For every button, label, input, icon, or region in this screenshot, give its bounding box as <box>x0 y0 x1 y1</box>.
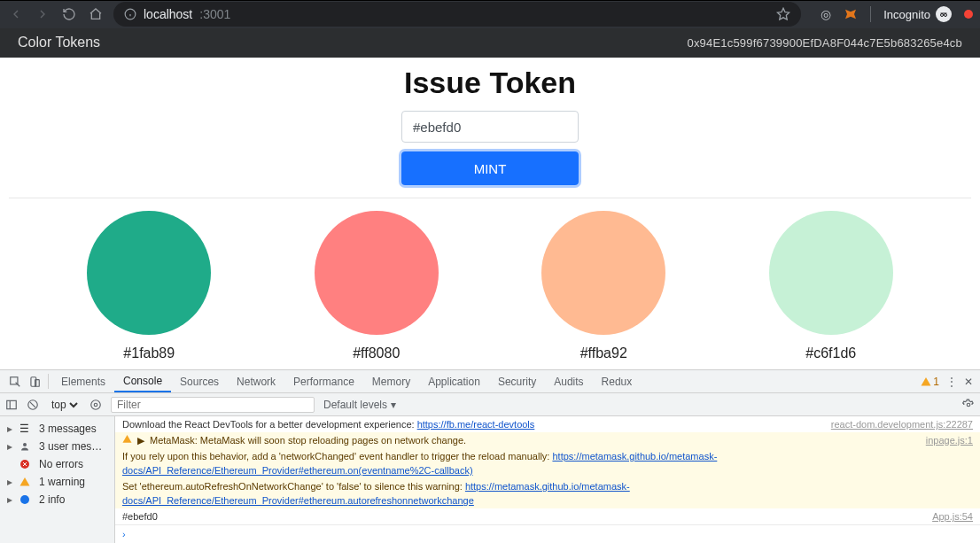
devtools-tabs: ElementsConsoleSourcesNetworkPerformance… <box>0 370 980 393</box>
reload-icon[interactable] <box>60 5 78 23</box>
devtools-tab-application[interactable]: Application <box>419 370 489 392</box>
warning-count-badge[interactable]: 1 <box>921 376 939 388</box>
token-label: #1fab89 <box>123 345 175 361</box>
svg-line-12 <box>30 402 35 407</box>
devtools-tab-security[interactable]: Security <box>489 370 545 392</box>
console-source-link[interactable]: react-dom.development.js:22287 <box>831 417 973 431</box>
token-circle <box>315 211 439 335</box>
url-host: localhost <box>144 7 192 21</box>
address-bar[interactable]: localhost:3001 <box>113 2 801 27</box>
devtools-tab-console[interactable]: Console <box>114 370 171 392</box>
svg-point-4 <box>941 14 944 17</box>
live-expression-icon[interactable] <box>89 399 102 411</box>
nav-back-icon[interactable] <box>7 5 25 23</box>
console-output[interactable]: Download the React DevTools for a better… <box>115 416 980 543</box>
app-header: Color Tokens 0x94E1c599f6739900EfDA8F044… <box>0 28 980 58</box>
token-item: #1fab89 <box>87 211 211 361</box>
console-row[interactable]: If you rely upon this behavior, add a 'n… <box>115 448 980 478</box>
token-label: #ff8080 <box>353 345 400 361</box>
devtools-tab-elements[interactable]: Elements <box>52 370 114 392</box>
token-item: #c6f1d6 <box>769 211 893 361</box>
svg-point-14 <box>91 399 101 409</box>
devtools-panel: ElementsConsoleSourcesNetworkPerformance… <box>0 369 980 543</box>
token-circle <box>541 211 665 335</box>
devtools-tab-network[interactable]: Network <box>228 370 284 392</box>
kebab-icon[interactable]: ⋮ <box>946 376 957 388</box>
divider <box>870 6 871 22</box>
console-row[interactable]: Set 'ethereum.autoRefreshOnNetworkChange… <box>115 478 980 508</box>
gear-icon[interactable] <box>962 399 975 411</box>
svg-point-5 <box>945 14 947 17</box>
metamask-icon[interactable] <box>844 7 858 21</box>
clear-icon[interactable] <box>27 399 39 411</box>
tokens-row: #1fab89#ff8080#ffba92#c6f1d6 <box>0 198 980 369</box>
svg-point-15 <box>967 403 970 407</box>
token-item: #ffba92 <box>541 211 665 361</box>
app-title: Color Tokens <box>18 35 100 50</box>
color-input[interactable] <box>401 111 579 143</box>
devtools-tab-performance[interactable]: Performance <box>284 370 363 392</box>
console-row[interactable]: ▶MetaMask: MetaMask will soon stop reloa… <box>115 432 980 448</box>
device-icon[interactable] <box>25 370 44 392</box>
sidebar-toggle-icon[interactable] <box>5 399 18 411</box>
devtools-tab-redux[interactable]: Redux <box>593 370 642 392</box>
console-prompt[interactable]: › <box>115 524 980 543</box>
site-info-icon[interactable] <box>124 8 136 20</box>
home-icon[interactable] <box>87 5 105 23</box>
console-source-link[interactable]: App.js:54 <box>932 509 973 524</box>
token-label: #c6f1d6 <box>805 345 856 361</box>
sidebar-item-errors[interactable]: ▸No errors <box>0 455 114 473</box>
devtools-tab-sources[interactable]: Sources <box>171 370 228 392</box>
sidebar-item-user[interactable]: ▸3 user mes… <box>0 438 114 455</box>
url-port: :3001 <box>199 7 230 21</box>
console-filter-bar: top Default levels ▾ <box>0 393 980 416</box>
svg-point-18 <box>20 495 29 504</box>
token-item: #ff8080 <box>315 211 439 361</box>
wallet-address: 0x94E1c599f6739900EfDA8F044c7E5b683265e4… <box>687 36 962 50</box>
mint-button[interactable]: MINT <box>401 151 579 185</box>
filter-input[interactable] <box>111 397 315 413</box>
svg-point-13 <box>94 403 97 407</box>
console-row[interactable]: Download the React DevTools for a better… <box>115 416 980 432</box>
sidebar-item-messages[interactable]: ▸☰3 messages <box>0 420 114 438</box>
devtools-tab-memory[interactable]: Memory <box>363 370 419 392</box>
close-icon[interactable]: ✕ <box>964 376 973 388</box>
sidebar-item-warnings[interactable]: ▸1 warning <box>0 473 114 491</box>
record-icon[interactable] <box>964 10 973 19</box>
console-sidebar: ▸☰3 messages ▸3 user mes… ▸No errors ▸1 … <box>0 416 115 543</box>
incognito-icon[interactable] <box>936 6 952 22</box>
context-select[interactable]: top <box>48 398 81 412</box>
svg-point-16 <box>23 443 27 446</box>
extension-icon[interactable]: ◎ <box>821 7 831 21</box>
chevron-down-icon: ▾ <box>391 399 396 411</box>
divider <box>48 374 49 389</box>
token-circle <box>769 211 893 335</box>
devtools-tab-audits[interactable]: Audits <box>545 370 592 392</box>
sidebar-item-info[interactable]: ▸2 info <box>0 491 114 508</box>
chrome-right-icons: ◎ Incognito <box>821 6 973 22</box>
page-content: Issue Token MINT #1fab89#ff8080#ffba92#c… <box>0 58 980 369</box>
browser-chrome: localhost:3001 ◎ Incognito <box>0 0 980 28</box>
console-row[interactable]: #ebefd0App.js:54 <box>115 508 980 524</box>
svg-marker-3 <box>778 9 789 20</box>
svg-rect-9 <box>7 400 17 408</box>
console-source-link[interactable]: inpage.js:1 <box>926 433 973 447</box>
levels-select[interactable]: Default levels ▾ <box>323 399 396 411</box>
warning-count: 1 <box>933 376 939 388</box>
token-circle <box>87 211 211 335</box>
page-heading: Issue Token <box>0 66 980 100</box>
incognito-label: Incognito <box>883 8 930 21</box>
inspect-icon[interactable] <box>5 370 25 392</box>
bookmark-icon[interactable] <box>776 7 790 21</box>
levels-label: Default levels <box>323 399 387 411</box>
token-label: #ffba92 <box>580 345 627 361</box>
nav-forward-icon[interactable] <box>34 5 51 23</box>
